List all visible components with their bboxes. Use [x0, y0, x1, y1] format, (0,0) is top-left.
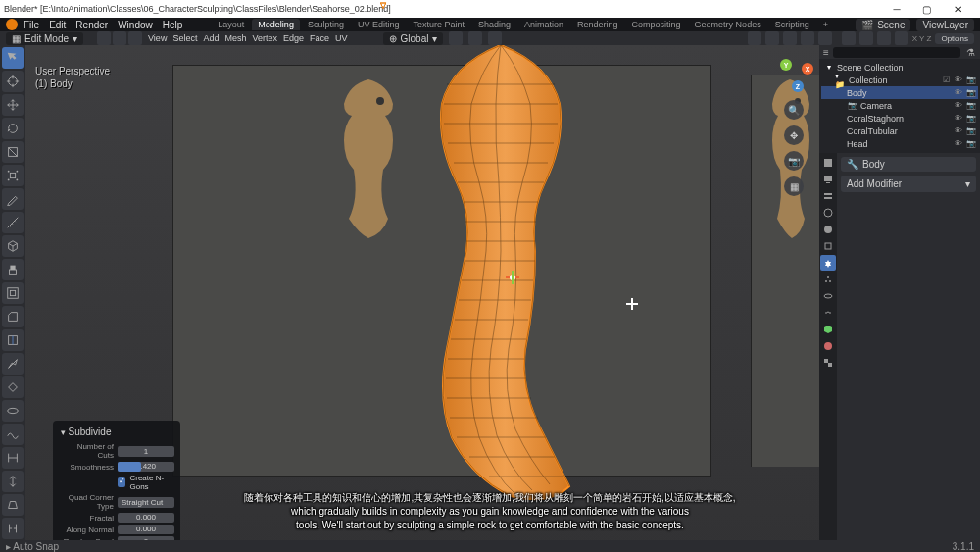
shading-wireframe[interactable] — [842, 31, 856, 45]
tool-measure[interactable] — [2, 212, 24, 233]
gizmo-toggle[interactable] — [783, 31, 797, 45]
perspective-toggle-icon[interactable]: ▦ — [784, 176, 804, 196]
menu-edge[interactable]: Edge — [283, 33, 304, 43]
edge-select-mode[interactable] — [113, 31, 126, 45]
workspace-geonodes[interactable]: Geometry Nodes — [689, 19, 767, 30]
transform-orientation[interactable]: ⊕Global▾ — [383, 32, 444, 45]
tool-knife[interactable] — [2, 353, 24, 375]
disable-toggle[interactable]: 📷 — [966, 126, 976, 136]
tool-smooth[interactable] — [2, 424, 24, 445]
workspace-sculpting[interactable]: Sculpting — [302, 19, 350, 30]
menu-add[interactable]: Add — [203, 33, 219, 43]
pan-icon[interactable]: ✥ — [784, 125, 804, 145]
tool-extrude[interactable] — [2, 259, 24, 280]
maximize-button[interactable]: ▢ — [911, 0, 941, 18]
tool-rip[interactable] — [2, 518, 24, 539]
tree-item-head[interactable]: ▽Head👁📷 — [821, 137, 978, 150]
tree-item-coral1[interactable]: ▽CoralStaghorn👁📷 — [821, 112, 978, 125]
add-modifier-button[interactable]: Add Modifier▾ — [841, 176, 976, 192]
tool-spin[interactable] — [2, 400, 24, 422]
hide-toggle[interactable]: 👁 — [955, 139, 964, 149]
menu-face[interactable]: Face — [310, 33, 329, 43]
ngon-checkbox[interactable] — [118, 477, 125, 487]
shading-solid[interactable] — [859, 31, 873, 45]
operator-title[interactable]: ▾ Subdivide — [57, 425, 176, 439]
camera-view-icon[interactable]: 📷 — [784, 151, 804, 171]
scene-selector[interactable]: 🎬Scene — [856, 19, 910, 31]
operator-panel[interactable]: ▾ Subdivide Number of Cuts1 Smoothness0.… — [53, 421, 180, 552]
auto-snap-label[interactable]: ▸ Auto Snap — [6, 541, 59, 552]
shading-material[interactable] — [877, 31, 891, 45]
ptab-scene[interactable] — [820, 205, 836, 221]
fractal-value[interactable]: 0.000 — [118, 513, 174, 523]
axis-x-icon[interactable]: X — [802, 63, 813, 75]
workspace-layout[interactable]: Layout — [212, 19, 250, 30]
hide-toggle[interactable]: 👁 — [955, 101, 964, 111]
vertex-select-mode[interactable] — [97, 31, 111, 45]
tool-rotate[interactable] — [2, 118, 24, 139]
props-object-name[interactable]: 🔧Body — [841, 157, 976, 172]
disable-toggle[interactable]: 📷 — [966, 139, 976, 149]
tool-bevel[interactable] — [2, 306, 24, 327]
tool-edge-slide[interactable] — [2, 447, 24, 469]
nav-gizmo[interactable]: Y X Z — [774, 55, 813, 94]
tool-move[interactable] — [2, 94, 24, 116]
menu-uv[interactable]: UV — [335, 33, 348, 43]
pivot-point[interactable] — [449, 31, 463, 45]
ptab-render[interactable] — [820, 155, 836, 171]
ptab-viewlayer[interactable] — [820, 188, 836, 204]
ptab-constraints[interactable] — [820, 305, 836, 321]
menu-mesh[interactable]: Mesh — [224, 33, 246, 43]
disable-toggle[interactable]: 📷 — [966, 101, 976, 111]
overlay-toggle[interactable] — [801, 31, 814, 45]
tool-select-box[interactable] — [2, 47, 24, 69]
tool-scale[interactable] — [2, 141, 24, 163]
options-button[interactable]: Options — [935, 33, 974, 44]
tool-shrink[interactable] — [2, 471, 24, 492]
snap-toggle[interactable] — [468, 31, 482, 45]
mesh-edit-mode-btn[interactable] — [748, 31, 761, 45]
workspace-texture[interactable]: Texture Paint — [407, 19, 470, 30]
cuts-value[interactable]: 1 — [118, 446, 174, 457]
tree-item-coral2[interactable]: ▽CoralTubular👁📷 — [821, 125, 978, 137]
tool-transform[interactable] — [2, 165, 24, 186]
workspace-rendering[interactable]: Rendering — [571, 19, 624, 30]
workspace-compositing[interactable]: Compositing — [626, 19, 687, 30]
ptab-modifier[interactable] — [820, 255, 836, 271]
workspace-shading[interactable]: Shading — [472, 19, 516, 30]
workspace-modeling[interactable]: Modeling — [252, 19, 300, 30]
menu-view[interactable]: View — [148, 33, 167, 43]
tool-add-cube[interactable] — [2, 235, 24, 257]
disable-toggle[interactable]: 📷 — [966, 114, 976, 124]
tool-cursor[interactable] — [2, 71, 24, 92]
ptab-output[interactable] — [820, 172, 836, 187]
ptab-world[interactable] — [820, 222, 836, 237]
hide-toggle[interactable]: 👁 — [955, 126, 964, 136]
minimize-button[interactable]: ─ — [882, 0, 911, 18]
axis-z-icon[interactable]: Z — [792, 80, 804, 92]
ptab-data[interactable] — [820, 322, 836, 337]
menu-render[interactable]: Render — [75, 20, 108, 30]
tool-shear[interactable] — [2, 494, 24, 516]
tool-inset[interactable] — [2, 282, 24, 304]
menu-edit[interactable]: Edit — [49, 20, 66, 30]
menu-window[interactable]: Window — [118, 20, 153, 30]
tree-collection[interactable]: ▾📁Collection☑👁📷 — [821, 74, 978, 86]
face-select-mode[interactable] — [128, 31, 142, 45]
menu-select[interactable]: Select — [172, 33, 197, 43]
close-button[interactable]: ✕ — [941, 0, 976, 18]
tool-annotate[interactable] — [2, 188, 24, 210]
tool-loopcut[interactable] — [2, 329, 24, 351]
smoothness-value[interactable]: 0.420 — [118, 462, 174, 472]
ptab-texture[interactable] — [820, 355, 836, 371]
corner-value[interactable]: Straight Cut — [118, 497, 174, 508]
hide-toggle[interactable]: 👁 — [955, 114, 964, 124]
outliner-type-icon[interactable]: ≡ — [823, 47, 829, 58]
shading-rendered[interactable] — [895, 31, 908, 45]
tool-polybuild[interactable] — [2, 376, 24, 398]
workspace-animation[interactable]: Animation — [518, 19, 569, 30]
ptab-physics[interactable] — [820, 288, 836, 304]
hide-toggle[interactable]: 👁 — [955, 75, 964, 85]
workspace-scripting[interactable]: Scripting — [769, 19, 815, 30]
menu-file[interactable]: File — [24, 20, 39, 30]
